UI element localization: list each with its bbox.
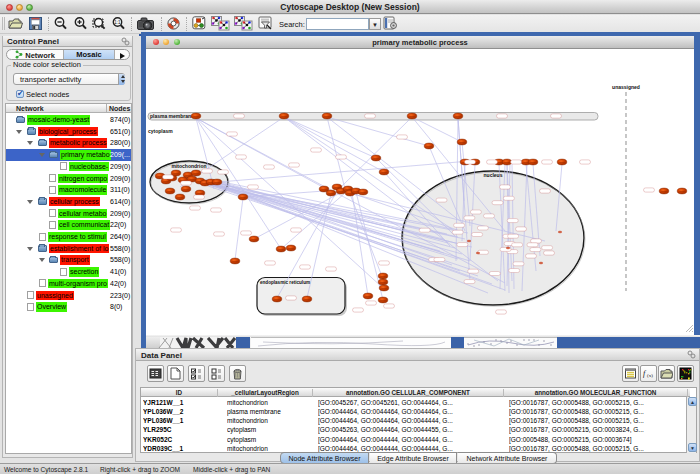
svg-text:1:1: 1:1 [114, 20, 121, 25]
svg-text:mitochondrion: mitochondrion [172, 163, 207, 169]
svg-text:(x): (x) [647, 373, 653, 378]
svg-text:cytoplasm: cytoplasm [148, 128, 173, 134]
svg-text:nucleus: nucleus [484, 172, 503, 178]
svg-text:endoplasmic reticulum: endoplasmic reticulum [260, 280, 310, 285]
svg-text:plasma membrane: plasma membrane [150, 113, 194, 119]
svg-text:unassigned: unassigned [612, 84, 640, 90]
